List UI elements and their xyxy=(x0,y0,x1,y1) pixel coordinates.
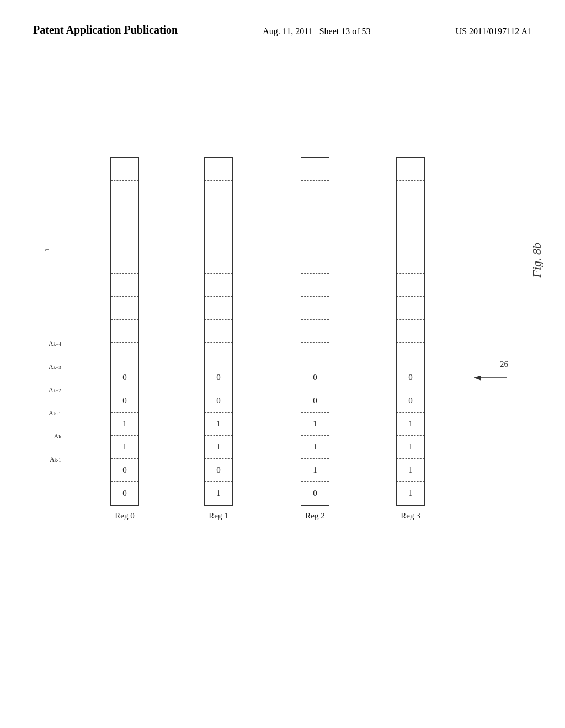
reg0-cell-7 xyxy=(111,297,138,320)
reg3-cell-10: 0 xyxy=(397,366,424,389)
reg1-cell-4 xyxy=(205,227,232,250)
row-label-ak2: Ak+2 xyxy=(49,379,61,402)
arrow-indicator: 26 xyxy=(466,370,510,388)
diagram-area: ⌐ Ak+4 Ak+3 Ak+2 Ak+1 Ak Ak-1 0 0 1 1 0 … xyxy=(0,50,565,706)
row-label-ak3: Ak+3 xyxy=(49,356,61,379)
reg2-cell-12: 1 xyxy=(301,413,329,436)
reg0-cell-5 xyxy=(111,250,138,274)
reg0-cell-2 xyxy=(111,181,138,204)
reg1-cell-15: 1 xyxy=(205,482,232,505)
reg1-cell-3 xyxy=(205,204,232,227)
reg2-cell-4 xyxy=(301,227,329,250)
register-3-column: 0 0 1 1 1 1 xyxy=(396,157,425,506)
row-labels: Ak+4 Ak+3 Ak+2 Ak+1 Ak Ak-1 xyxy=(49,333,61,472)
reg2-cell-2 xyxy=(301,181,329,204)
reg3-cell-11: 0 xyxy=(397,389,424,413)
register-3-group: 0 0 1 1 1 1 Reg 3 xyxy=(396,157,425,521)
reg3-cell-1 xyxy=(397,158,424,181)
figure-label: Fig. 8b xyxy=(530,243,544,278)
reg1-cell-8 xyxy=(205,320,232,343)
reg2-cell-14: 1 xyxy=(301,459,329,482)
row-label-ak-1: Ak-1 xyxy=(50,448,61,472)
reg0-cell-9 xyxy=(111,343,138,366)
register-2-column: 0 0 1 1 1 0 xyxy=(301,157,329,506)
row-label-ak: Ak xyxy=(54,425,61,448)
reg2-cell-1 xyxy=(301,158,329,181)
reg2-cell-6 xyxy=(301,274,329,297)
reg3-cell-6 xyxy=(397,274,424,297)
reg3-cell-12: 1 xyxy=(397,413,424,436)
page-header: Patent Application Publication Aug. 11, … xyxy=(0,0,565,39)
reg0-cell-11: 0 xyxy=(111,389,138,413)
reg2-cell-9 xyxy=(301,343,329,366)
publication-info: Aug. 11, 2011 Sheet 13 of 53 xyxy=(263,22,370,39)
reg2-cell-5 xyxy=(301,250,329,274)
reg3-cell-15: 1 xyxy=(397,482,424,505)
register-1-column: 0 0 1 1 0 1 xyxy=(204,157,233,506)
publication-title: Patent Application Publication xyxy=(33,22,178,38)
register-1-label: Reg 1 xyxy=(209,511,228,521)
reg0-cell-3 xyxy=(111,204,138,227)
reg3-cell-2 xyxy=(397,181,424,204)
reg0-cell-15: 0 xyxy=(111,482,138,505)
reg3-cell-14: 1 xyxy=(397,459,424,482)
reg0-cell-13: 1 xyxy=(111,436,138,459)
reg3-cell-4 xyxy=(397,227,424,250)
register-0-label: Reg 0 xyxy=(115,511,134,521)
reg1-cell-14: 0 xyxy=(205,459,232,482)
reg3-cell-3 xyxy=(397,204,424,227)
row-label-ak4: Ak+4 xyxy=(49,333,61,356)
row-label-ak1: Ak+1 xyxy=(49,402,61,425)
reg2-cell-7 xyxy=(301,297,329,320)
publication-number: US 2011/0197112 A1 xyxy=(456,22,532,39)
reg2-cell-3 xyxy=(301,204,329,227)
reg0-cell-10: 0 xyxy=(111,366,138,389)
reg1-cell-5 xyxy=(205,250,232,274)
reg3-cell-8 xyxy=(397,320,424,343)
vertical-tick: ⌐ xyxy=(45,245,49,254)
reg0-cell-14: 0 xyxy=(111,459,138,482)
reg0-cell-12: 1 xyxy=(111,413,138,436)
reg0-cell-4 xyxy=(111,227,138,250)
reg1-cell-7 xyxy=(205,297,232,320)
reg2-cell-10: 0 xyxy=(301,366,329,389)
reg2-cell-15: 0 xyxy=(301,482,329,505)
reg0-cell-1 xyxy=(111,158,138,181)
reg3-cell-5 xyxy=(397,250,424,274)
reg1-cell-2 xyxy=(205,181,232,204)
register-2-group: 0 0 1 1 1 0 Reg 2 xyxy=(301,157,329,521)
reg1-cell-11: 0 xyxy=(205,389,232,413)
reg2-cell-13: 1 xyxy=(301,436,329,459)
reg1-cell-12: 1 xyxy=(205,413,232,436)
reg1-cell-10: 0 xyxy=(205,366,232,389)
reg2-cell-8 xyxy=(301,320,329,343)
reg3-cell-13: 1 xyxy=(397,436,424,459)
reg0-cell-6 xyxy=(111,274,138,297)
register-3-label: Reg 3 xyxy=(401,511,420,521)
register-0-group: 0 0 1 1 0 0 Reg 0 xyxy=(110,157,139,521)
reg1-cell-9 xyxy=(205,343,232,366)
arrow-label: 26 xyxy=(500,360,508,369)
register-2-label: Reg 2 xyxy=(305,511,324,521)
register-0-column: 0 0 1 1 0 0 xyxy=(110,157,139,506)
reg0-cell-8 xyxy=(111,320,138,343)
reg1-cell-13: 1 xyxy=(205,436,232,459)
register-1-group: 0 0 1 1 0 1 Reg 1 xyxy=(204,157,233,521)
reg1-cell-6 xyxy=(205,274,232,297)
reg3-cell-7 xyxy=(397,297,424,320)
reg2-cell-11: 0 xyxy=(301,389,329,413)
reg3-cell-9 xyxy=(397,343,424,366)
reg1-cell-1 xyxy=(205,158,232,181)
